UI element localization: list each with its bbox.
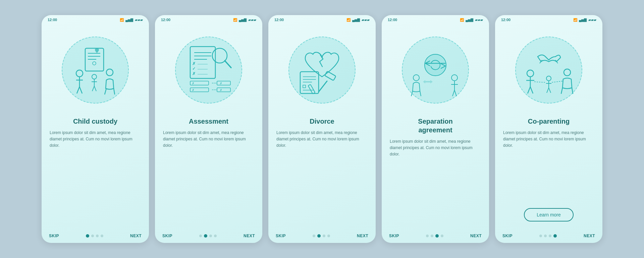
custody-svg [67,42,124,99]
svg-line-74 [572,88,573,94]
illustration-separation [382,23,489,117]
svg-line-13 [92,86,94,91]
time-4: 12:00 [388,18,397,22]
dot-4-1 [431,235,433,237]
text-divorce: Lorem ipsum dolor sit dim amet, mea regi… [276,130,368,149]
svg-line-29 [225,61,231,68]
svg-point-52 [413,75,419,81]
skip-btn-3[interactable]: SKIP [276,234,286,238]
wifi-icon: 📶 [120,18,124,22]
bottom-nav-1: SKIP NEXT [42,230,149,243]
circle-bg-4 [402,37,469,104]
text-child-custody: Lorem ipsum dolor sit dim amet, mea regi… [50,130,141,149]
svg-line-53 [411,91,413,96]
signal-icon: ▄▅▇ [125,18,133,22]
dot-4-0 [426,235,429,237]
dot-2-1 [204,234,207,238]
bottom-nav-3: SKIP NEXT [268,230,376,243]
dots-5 [539,234,557,238]
skip-btn-2[interactable]: SKIP [162,234,172,238]
status-bar-5: 12:00 📶 ▄▅▇ ▰▰▰ [495,15,602,23]
screen-divorce: 12:00 📶 ▄▅▇ ▰▰▰ [268,15,376,243]
svg-rect-32 [217,81,230,85]
text-assessment: Lorem ipsum dolor sit dim amet, mea regi… [163,130,254,149]
assessment-svg: ✗ ——— ✓ ——— ✗ ——— ✗ ✗ [180,42,237,99]
wifi-icon-5: 📶 [573,18,577,22]
dot-4-3 [441,235,443,237]
status-icons-4: 📶 ▄▅▇ ▰▰▰ [460,18,483,22]
illustration-coparenting [495,23,602,117]
dot-5-0 [539,235,542,237]
svg-line-70 [547,88,549,93]
dot-5-1 [544,235,547,237]
status-icons-2: 📶 ▄▅▇ ▰▰▰ [233,18,256,22]
svg-point-67 [546,76,551,81]
title-coparenting: Co-parenting [503,117,594,126]
svg-point-62 [527,70,534,77]
svg-point-5 [76,70,83,77]
illustration-assessment: ✗ ——— ✓ ——— ✗ ——— ✗ ✗ [155,23,262,117]
illustration-divorce [268,23,376,117]
svg-rect-37 [217,88,230,92]
status-icons-3: 📶 ▄▅▇ ▰▰▰ [346,18,370,22]
circle-bg-3 [288,37,356,104]
wifi-icon-3: 📶 [346,18,351,22]
svg-line-16 [105,88,106,94]
time-1: 12:00 [48,18,57,22]
next-btn-1[interactable]: NEXT [130,234,142,238]
status-icons-5: 📶 ▄▅▇ ▰▰▰ [573,18,596,22]
text-separation: Lorem ipsum dolor sit dim amet, mea regi… [390,138,481,158]
next-btn-5[interactable]: NEXT [584,234,595,238]
signal-icon-2: ▄▅▇ [239,18,247,22]
svg-line-71 [549,88,551,93]
content-child-custody: Child custody Lorem ipsum dolor sit dim … [42,117,149,230]
dots-2 [199,234,217,238]
divorce-svg [293,42,351,99]
dot-1-1 [91,235,94,237]
svg-line-46 [319,81,327,92]
svg-text:✓: ✓ [192,66,196,71]
svg-line-59 [454,90,457,96]
bottom-nav-2: SKIP NEXT [155,230,262,243]
bottom-nav-5: SKIP NEXT [495,230,602,243]
next-btn-2[interactable]: NEXT [244,234,255,238]
svg-line-76 [551,81,562,82]
next-btn-3[interactable]: NEXT [357,234,368,238]
bottom-nav-4: SKIP NEXT [382,230,489,243]
screen-separation: 12:00 📶 ▄▅▇ ▰▰▰ [382,15,489,243]
content-divorce: Divorce Lorem ipsum dolor sit dim amet, … [268,117,376,230]
svg-line-17 [114,88,115,94]
status-bar-1: 12:00 📶 ▄▅▇ ▰▰▰ [42,15,149,23]
svg-text:———: ——— [198,67,208,71]
svg-line-66 [530,87,533,93]
svg-rect-44 [308,84,315,94]
separation-svg [407,42,464,99]
title-divorce: Divorce [276,117,368,126]
dot-3-3 [327,235,330,237]
time-3: 12:00 [274,18,284,22]
dot-3-1 [317,234,321,238]
signal-icon-5: ▄▅▇ [579,18,587,22]
dot-3-2 [323,235,325,237]
svg-line-14 [94,86,96,91]
svg-point-4 [93,62,96,65]
dot-4-2 [435,234,439,238]
dot-2-0 [199,235,202,237]
skip-btn-4[interactable]: SKIP [389,234,399,238]
next-btn-4[interactable]: NEXT [470,234,482,238]
dot-1-2 [96,235,99,237]
skip-btn-5[interactable]: SKIP [502,234,513,238]
skip-btn-1[interactable]: SKIP [49,234,59,238]
status-bar-2: 12:00 📶 ▄▅▇ ▰▰▰ [155,15,262,23]
content-separation: Separation agreement Lorem ipsum dolor s… [382,117,489,230]
svg-line-73 [561,88,562,94]
title-child-custody: Child custody [50,117,141,126]
dot-3-0 [313,235,315,237]
content-assessment: Assessment Lorem ipsum dolor sit dim ame… [155,117,262,230]
svg-text:———: ——— [198,62,208,66]
title-assessment: Assessment [163,117,254,126]
status-icons-1: 📶 ▄▅▇ ▰▰▰ [120,18,143,22]
learn-more-button[interactable]: Learn more [524,208,574,221]
title-separation: Separation agreement [390,117,481,134]
battery-icon-2: ▰▰▰ [248,18,256,22]
